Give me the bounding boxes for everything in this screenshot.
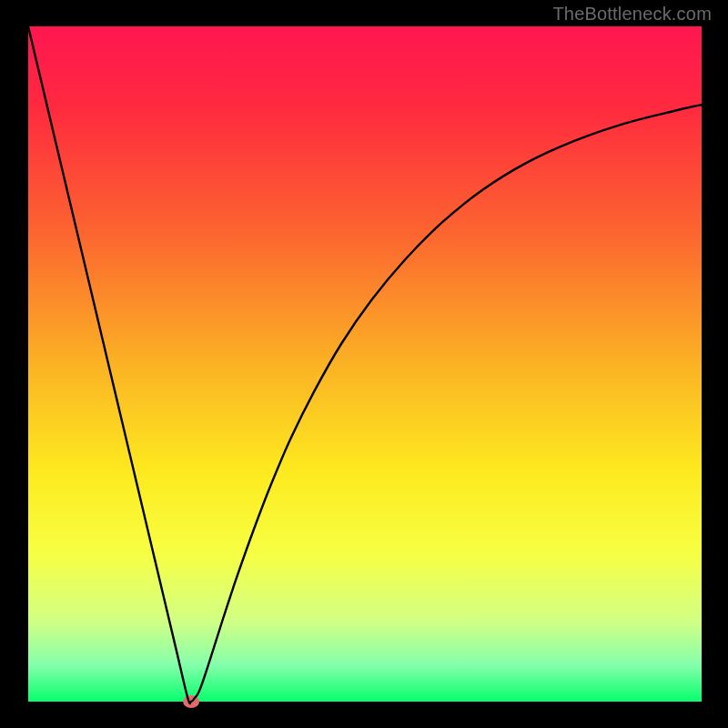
watermark-text: TheBottleneck.com (552, 4, 712, 25)
plot-background (28, 26, 702, 702)
chart-frame: TheBottleneck.com (0, 0, 728, 728)
bottleneck-chart (0, 0, 728, 728)
